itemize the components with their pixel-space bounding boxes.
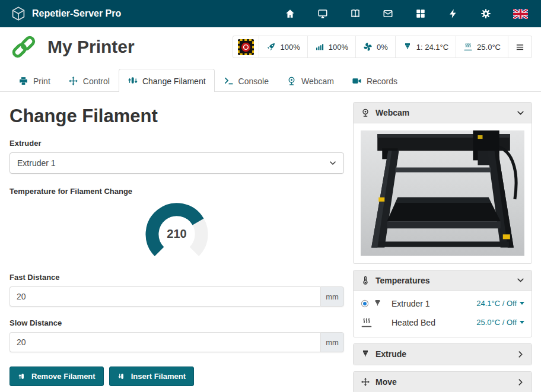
extruder-temp-status[interactable]: 1: 24.1°C xyxy=(395,36,456,58)
filament-change-icon xyxy=(128,76,138,86)
tab-records-label: Records xyxy=(367,77,397,86)
temperatures-panel-title: Temperatures xyxy=(375,276,430,285)
webcam-panel: Webcam xyxy=(353,102,532,264)
temp-row-bed-value[interactable]: 25.0°C / Off xyxy=(476,318,524,327)
tab-console-label: Console xyxy=(238,77,269,86)
heated-bed-icon xyxy=(463,42,473,52)
speed-status[interactable]: 100% xyxy=(259,36,307,58)
extrude-panel-title: Extrude xyxy=(375,349,406,359)
section-title: Change Filament xyxy=(9,106,344,127)
tab-webcam[interactable]: Webcam xyxy=(278,69,343,92)
move-panel-header[interactable]: Move xyxy=(354,372,532,392)
move-panel: Move xyxy=(353,371,532,392)
extruder-select-value: Extruder 1 xyxy=(17,158,56,168)
fast-distance-group: mm xyxy=(9,286,344,307)
temp-row-extruder-name: Extruder 1 xyxy=(392,299,430,308)
webcam-icon xyxy=(287,76,297,86)
language-flag-icon[interactable] xyxy=(513,9,528,19)
temp-row-extruder: Extruder 1 24.1°C / Off xyxy=(361,294,524,313)
extruder-select[interactable]: Extruder 1 xyxy=(9,152,344,174)
book-icon[interactable] xyxy=(350,8,361,19)
fast-distance-input[interactable] xyxy=(9,286,320,307)
extruder-label: Extruder xyxy=(9,139,344,148)
webcam-panel-title: Webcam xyxy=(375,108,409,117)
all-printers-grid-icon[interactable] xyxy=(415,8,426,19)
flow-value: 100% xyxy=(329,43,348,52)
webcam-icon xyxy=(361,108,370,117)
insert-filament-button[interactable]: Insert Filament xyxy=(109,366,194,386)
change-filament-form: Change Filament Extruder Extruder 1 Temp… xyxy=(9,102,344,392)
temperature-gauge-value: 210 xyxy=(140,202,214,263)
temperature-gauge-knob[interactable]: 210 xyxy=(140,202,214,263)
radio-selected-icon[interactable] xyxy=(361,299,369,308)
extruder-temp-value: 1: 24.1°C xyxy=(416,43,448,52)
printer-menu-button[interactable] xyxy=(508,36,532,58)
fan-status[interactable]: 0% xyxy=(355,36,395,58)
temp-extruder-reading: 24.1°C / Off xyxy=(476,299,517,308)
insert-filament-label: Insert Filament xyxy=(131,372,186,381)
tab-console[interactable]: Console xyxy=(215,69,278,92)
extrude-panel: Extrude xyxy=(353,343,532,365)
temp-row-bed: Heated Bed 25.0°C / Off xyxy=(361,313,524,332)
move-arrows-icon xyxy=(68,76,78,86)
heated-bed-icon xyxy=(361,317,373,329)
mail-icon[interactable] xyxy=(383,8,393,19)
chevron-down-icon xyxy=(517,276,524,284)
power-bolt-icon[interactable] xyxy=(448,8,459,19)
temperature-label: Temperature for Filament Change xyxy=(9,187,344,196)
filament-up-icon xyxy=(18,372,27,381)
speed-rocket-icon xyxy=(266,42,276,52)
nozzle-icon xyxy=(373,299,382,308)
video-camera-icon xyxy=(352,76,362,86)
chevron-right-icon xyxy=(517,350,524,358)
webcam-image xyxy=(361,130,524,256)
printer-header: My Printer 100% 100% 0% 1: 24.1°C xyxy=(0,27,541,66)
printer-tabs: Print Control Change Filament Console We… xyxy=(0,66,541,92)
extrude-panel-header[interactable]: Extrude xyxy=(354,344,532,365)
filament-actions: Remove Filament Insert Filament xyxy=(9,366,344,386)
fan-icon xyxy=(363,42,373,52)
temp-bed-reading: 25.0°C / Off xyxy=(476,318,517,327)
chevron-right-icon xyxy=(517,378,524,386)
tab-control[interactable]: Control xyxy=(59,69,119,92)
webcam-panel-header[interactable]: Webcam xyxy=(354,103,532,123)
chevron-down-icon xyxy=(329,160,336,167)
remove-filament-button[interactable]: Remove Filament xyxy=(9,366,104,386)
tab-print-label: Print xyxy=(33,77,50,86)
side-panels: Webcam xyxy=(353,102,532,392)
bed-temp-value: 25.0°C xyxy=(477,43,501,52)
tab-print[interactable]: Print xyxy=(9,69,59,92)
tab-control-label: Control xyxy=(83,77,110,86)
temp-row-extruder-value[interactable]: 24.1°C / Off xyxy=(476,299,524,308)
home-icon[interactable] xyxy=(285,8,295,19)
printer-status-bar: 100% 100% 0% 1: 24.1°C 25.0°C xyxy=(233,36,532,58)
tab-change-filament-label: Change Filament xyxy=(142,77,206,86)
emergency-stop-button[interactable] xyxy=(233,36,259,58)
tab-change-filament[interactable]: Change Filament xyxy=(119,69,215,92)
nozzle-icon xyxy=(361,349,370,359)
slow-distance-unit: mm xyxy=(320,332,344,352)
flow-status[interactable]: 100% xyxy=(307,36,355,58)
thermometer-icon xyxy=(361,276,370,285)
slow-distance-group: mm xyxy=(9,332,344,352)
app-title: Repetier-Server Pro xyxy=(32,8,121,19)
gear-icon[interactable] xyxy=(480,8,491,19)
top-navbar: Repetier-Server Pro xyxy=(0,0,541,27)
chevron-down-icon xyxy=(517,109,524,117)
chain-link-icon xyxy=(9,33,38,60)
temperatures-list: Extruder 1 24.1°C / Off Heated Bed 25.0°… xyxy=(354,291,532,337)
temperatures-panel: Temperatures Extruder 1 24.1°C / Off xyxy=(353,270,532,337)
tab-webcam-label: Webcam xyxy=(301,77,334,86)
temp-row-bed-icons xyxy=(361,317,392,329)
bed-temp-status[interactable]: 25.0°C xyxy=(456,36,508,58)
temperatures-panel-header[interactable]: Temperatures xyxy=(354,270,532,291)
filament-down-icon xyxy=(117,372,126,381)
flow-bars-icon xyxy=(315,42,324,52)
printer-dashboard-icon[interactable] xyxy=(317,8,328,19)
move-arrows-icon xyxy=(361,377,370,387)
caret-down-icon xyxy=(520,302,524,305)
tab-records[interactable]: Records xyxy=(343,69,406,92)
slow-distance-input[interactable] xyxy=(9,332,320,352)
speed-value: 100% xyxy=(280,43,300,52)
hamburger-menu-icon xyxy=(515,43,524,52)
